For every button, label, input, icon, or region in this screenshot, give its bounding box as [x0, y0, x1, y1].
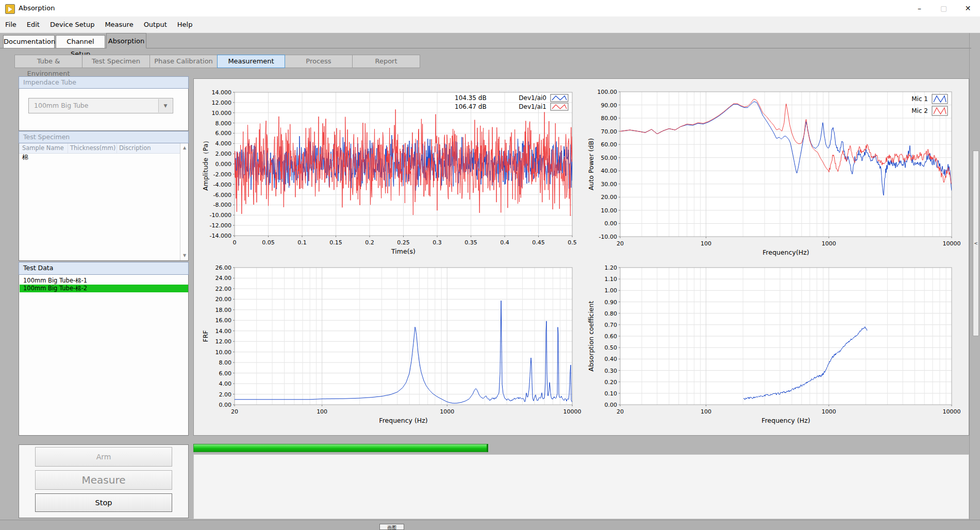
svg-text:0.3: 0.3	[433, 239, 442, 246]
svg-text:0.00: 0.00	[605, 402, 618, 408]
svg-text:10000: 10000	[563, 408, 582, 415]
title-bar: Absorption – ▢ ✕	[0, 0, 980, 16]
tab-documentation[interactable]: Documentation	[3, 35, 55, 48]
svg-text:100: 100	[701, 408, 711, 415]
chevron-down-icon[interactable]: ▼	[158, 99, 172, 112]
svg-text:Frequency (Hz): Frequency (Hz)	[761, 417, 810, 424]
svg-text:1.00: 1.00	[605, 287, 618, 294]
subtab-process[interactable]: Process	[285, 55, 353, 68]
col-thickness: Thickness(mm)	[68, 143, 117, 153]
specimen-table-row[interactable]: 棉	[19, 153, 180, 161]
sub-tab-strip: Tube & Environment Test Specimen Phase C…	[14, 55, 420, 68]
menu-help[interactable]: Help	[172, 16, 198, 32]
svg-text:-12.000: -12.000	[210, 222, 231, 229]
svg-text:FRF: FRF	[202, 330, 209, 342]
minimize-button[interactable]: –	[907, 0, 932, 16]
svg-text:Auto Power (dB): Auto Power (dB)	[587, 138, 595, 190]
svg-text:-6.000: -6.000	[213, 192, 231, 198]
subtab-report[interactable]: Report	[352, 55, 420, 68]
svg-text:Mic 1: Mic 1	[911, 95, 928, 103]
test-data-item-1[interactable]: 100mm Big Tube-棉-1	[20, 277, 188, 285]
svg-text:0.1: 0.1	[297, 239, 307, 246]
svg-text:8.000: 8.000	[215, 120, 232, 127]
close-button[interactable]: ✕	[956, 0, 980, 16]
stop-button[interactable]: Stop	[35, 493, 172, 512]
svg-text:0.25: 0.25	[397, 239, 410, 246]
svg-text:Frequency(Hz): Frequency(Hz)	[762, 249, 809, 256]
app-window: Absorption – ▢ ✕ File Edit Device Setup …	[0, 0, 980, 530]
subtab-tube-environment[interactable]: Tube & Environment	[14, 55, 82, 68]
svg-text:4.00: 4.00	[219, 380, 232, 387]
svg-text:16.00: 16.00	[215, 317, 232, 324]
svg-text:-8.000: -8.000	[213, 202, 231, 208]
svg-text:-14.000: -14.000	[210, 233, 231, 239]
svg-text:0.40: 0.40	[605, 356, 618, 362]
bottom-panel	[193, 454, 969, 519]
menu-file[interactable]: File	[0, 16, 22, 32]
subtab-test-specimen[interactable]: Test Specimen	[82, 55, 150, 68]
svg-text:1000: 1000	[822, 408, 836, 415]
menu-output[interactable]: Output	[139, 16, 172, 32]
svg-text:Time(s): Time(s)	[391, 247, 416, 255]
svg-text:0.000: 0.000	[215, 161, 232, 168]
svg-text:0.90: 0.90	[605, 299, 618, 306]
svg-text:0.70: 0.70	[605, 322, 618, 328]
scroll-up-icon[interactable]: ▲	[180, 144, 189, 152]
svg-text:0.80: 0.80	[605, 310, 618, 317]
svg-text:104.35 dB: 104.35 dB	[455, 94, 487, 102]
svg-text:18.00: 18.00	[215, 307, 232, 313]
svg-text:20: 20	[617, 408, 624, 415]
svg-text:20: 20	[231, 408, 238, 415]
tab-absorption[interactable]: Absorption	[106, 33, 146, 48]
svg-text:60.00: 60.00	[601, 141, 618, 148]
tube-select[interactable]: 100mm Big Tube ▼	[28, 98, 173, 113]
svg-text:10.00: 10.00	[601, 207, 618, 214]
right-divider	[969, 33, 970, 520]
measure-button[interactable]: Measure	[35, 470, 172, 490]
bottom-fragment-tab[interactable]: 画图	[379, 524, 404, 530]
charts-svg: 14.00012.00010.0008.0006.0004.0002.0000.…	[193, 78, 969, 436]
subtab-measurement[interactable]: Measurement	[217, 55, 285, 68]
svg-text:2.00: 2.00	[219, 391, 232, 398]
svg-text:50.00: 50.00	[601, 155, 618, 161]
chart-time-waveform: 14.00012.00010.0008.0006.0004.0002.0000.…	[202, 89, 577, 255]
menu-edit[interactable]: Edit	[22, 16, 45, 32]
svg-text:8.00: 8.00	[219, 359, 232, 366]
chart-auto-power: 100.0090.0080.0070.0060.0050.0040.0030.0…	[587, 89, 961, 256]
test-data-item-2-selected[interactable]: 100mm Big Tube-棉-2	[20, 285, 188, 292]
svg-text:10000: 10000	[943, 408, 961, 415]
svg-text:0.5: 0.5	[568, 239, 577, 246]
specimen-table-scrollbar[interactable]: ▲ ▼	[180, 143, 189, 260]
svg-text:14.000: 14.000	[212, 89, 232, 96]
svg-text:20.00: 20.00	[601, 194, 618, 201]
svg-text:Dev1/ai0: Dev1/ai0	[519, 94, 546, 102]
menu-device-setup[interactable]: Device Setup	[45, 16, 99, 32]
menu-bar: File Edit Device Setup Measure Output He…	[0, 16, 980, 33]
test-data-body	[19, 275, 189, 436]
svg-text:70.00: 70.00	[601, 128, 618, 135]
menu-measure[interactable]: Measure	[99, 16, 138, 32]
collapse-panel-button[interactable]: <	[973, 151, 979, 336]
col-sample-name: Sample Name	[19, 143, 68, 153]
maximize-button[interactable]: ▢	[932, 0, 956, 16]
svg-text:0.60: 0.60	[605, 333, 618, 340]
scroll-down-icon[interactable]: ▼	[180, 252, 189, 259]
test-specimen-header: Test Specimen	[19, 131, 189, 143]
svg-text:-10.00: -10.00	[599, 234, 617, 240]
arm-button[interactable]: Arm	[35, 447, 172, 467]
tab-channel-setup[interactable]: Channel Setup	[56, 35, 105, 48]
svg-text:106.47 dB: 106.47 dB	[455, 103, 487, 110]
svg-text:0.35: 0.35	[464, 239, 477, 246]
svg-text:22.00: 22.00	[215, 286, 232, 292]
svg-text:10.00: 10.00	[215, 349, 232, 356]
svg-text:0.45: 0.45	[532, 239, 545, 246]
svg-text:0.30: 0.30	[605, 368, 618, 374]
svg-text:40.00: 40.00	[601, 168, 618, 174]
svg-text:100: 100	[701, 240, 711, 247]
subtab-phase-calibration[interactable]: Phase Calibration	[150, 55, 218, 68]
window-title: Absorption	[19, 0, 55, 16]
svg-text:0.00: 0.00	[219, 402, 232, 408]
svg-text:26.00: 26.00	[215, 264, 232, 271]
svg-text:0.20: 0.20	[605, 379, 618, 386]
svg-text:6.000: 6.000	[215, 130, 232, 137]
